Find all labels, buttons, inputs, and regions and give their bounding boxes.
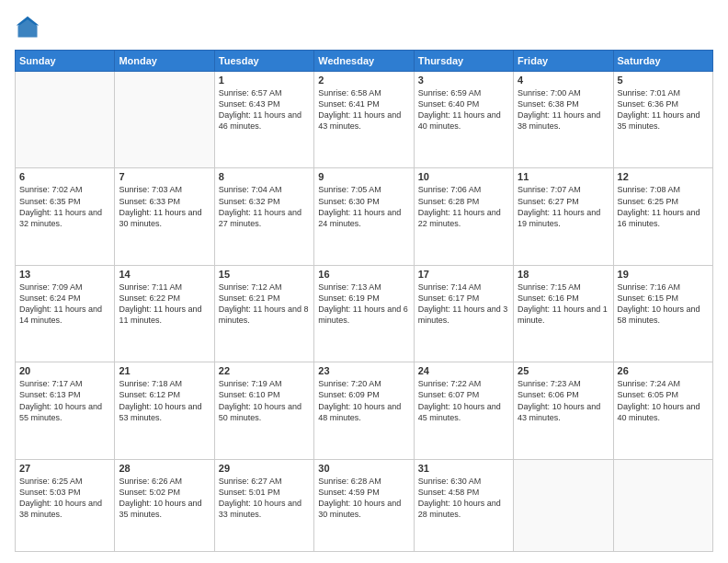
day-number: 2 bbox=[318, 75, 409, 86]
day-number: 28 bbox=[119, 463, 210, 474]
calendar-cell: 18Sunrise: 7:15 AM Sunset: 6:16 PM Dayli… bbox=[514, 265, 613, 362]
logo-icon bbox=[15, 15, 40, 40]
cell-details: Sunrise: 7:04 AM Sunset: 6:32 PM Dayligh… bbox=[219, 184, 310, 229]
week-row-1: 1Sunrise: 6:57 AM Sunset: 6:43 PM Daylig… bbox=[16, 72, 713, 168]
day-number: 26 bbox=[618, 365, 709, 376]
cell-details: Sunrise: 6:25 AM Sunset: 5:03 PM Dayligh… bbox=[19, 476, 110, 521]
calendar-cell: 19Sunrise: 7:16 AM Sunset: 6:15 PM Dayli… bbox=[613, 265, 712, 362]
day-number: 29 bbox=[219, 463, 310, 474]
week-row-5: 27Sunrise: 6:25 AM Sunset: 5:03 PM Dayli… bbox=[16, 459, 713, 551]
cell-details: Sunrise: 7:05 AM Sunset: 6:30 PM Dayligh… bbox=[318, 184, 409, 229]
day-number: 17 bbox=[418, 269, 509, 280]
calendar-cell: 6Sunrise: 7:02 AM Sunset: 6:35 PM Daylig… bbox=[16, 168, 115, 265]
cell-details: Sunrise: 7:23 AM Sunset: 6:06 PM Dayligh… bbox=[518, 378, 609, 423]
cell-details: Sunrise: 6:27 AM Sunset: 5:01 PM Dayligh… bbox=[219, 476, 310, 521]
calendar-cell: 12Sunrise: 7:08 AM Sunset: 6:25 PM Dayli… bbox=[613, 168, 712, 265]
weekday-header-row: SundayMondayTuesdayWednesdayThursdayFrid… bbox=[16, 51, 713, 72]
cell-details: Sunrise: 7:07 AM Sunset: 6:27 PM Dayligh… bbox=[518, 184, 609, 229]
calendar-cell: 23Sunrise: 7:20 AM Sunset: 6:09 PM Dayli… bbox=[314, 362, 414, 459]
day-number: 18 bbox=[518, 269, 609, 280]
calendar-cell: 15Sunrise: 7:12 AM Sunset: 6:21 PM Dayli… bbox=[214, 265, 313, 362]
day-number: 15 bbox=[219, 269, 310, 280]
cell-details: Sunrise: 7:06 AM Sunset: 6:28 PM Dayligh… bbox=[418, 184, 509, 229]
calendar-cell: 29Sunrise: 6:27 AM Sunset: 5:01 PM Dayli… bbox=[214, 459, 313, 551]
weekday-wednesday: Wednesday bbox=[314, 51, 414, 72]
cell-details: Sunrise: 7:16 AM Sunset: 6:15 PM Dayligh… bbox=[618, 282, 709, 327]
day-number: 7 bbox=[119, 171, 210, 182]
calendar-cell: 20Sunrise: 7:17 AM Sunset: 6:13 PM Dayli… bbox=[16, 362, 115, 459]
day-number: 1 bbox=[219, 75, 310, 86]
day-number: 31 bbox=[418, 463, 509, 474]
cell-details: Sunrise: 6:57 AM Sunset: 6:43 PM Dayligh… bbox=[219, 87, 310, 132]
day-number: 24 bbox=[418, 365, 509, 376]
day-number: 13 bbox=[19, 269, 110, 280]
calendar-cell: 13Sunrise: 7:09 AM Sunset: 6:24 PM Dayli… bbox=[16, 265, 115, 362]
calendar-cell bbox=[115, 72, 214, 168]
calendar-cell bbox=[613, 459, 712, 551]
calendar-table: SundayMondayTuesdayWednesdayThursdayFrid… bbox=[15, 50, 713, 552]
cell-details: Sunrise: 7:24 AM Sunset: 6:05 PM Dayligh… bbox=[618, 378, 709, 423]
cell-details: Sunrise: 7:12 AM Sunset: 6:21 PM Dayligh… bbox=[219, 282, 310, 327]
day-number: 27 bbox=[19, 463, 110, 474]
logo bbox=[15, 15, 44, 40]
day-number: 9 bbox=[318, 171, 409, 182]
calendar-cell: 16Sunrise: 7:13 AM Sunset: 6:19 PM Dayli… bbox=[314, 265, 414, 362]
weekday-thursday: Thursday bbox=[414, 51, 513, 72]
calendar-cell: 4Sunrise: 7:00 AM Sunset: 6:38 PM Daylig… bbox=[514, 72, 613, 168]
calendar-cell: 2Sunrise: 6:58 AM Sunset: 6:41 PM Daylig… bbox=[314, 72, 414, 168]
weekday-friday: Friday bbox=[514, 51, 613, 72]
cell-details: Sunrise: 7:09 AM Sunset: 6:24 PM Dayligh… bbox=[19, 282, 110, 327]
calendar-cell bbox=[16, 72, 115, 168]
day-number: 30 bbox=[318, 463, 409, 474]
day-number: 25 bbox=[518, 365, 609, 376]
day-number: 16 bbox=[318, 269, 409, 280]
calendar-cell: 28Sunrise: 6:26 AM Sunset: 5:02 PM Dayli… bbox=[115, 459, 214, 551]
day-number: 22 bbox=[219, 365, 310, 376]
day-number: 4 bbox=[518, 75, 609, 86]
day-number: 23 bbox=[318, 365, 409, 376]
day-number: 21 bbox=[119, 365, 210, 376]
cell-details: Sunrise: 7:03 AM Sunset: 6:33 PM Dayligh… bbox=[119, 184, 210, 229]
weekday-tuesday: Tuesday bbox=[214, 51, 313, 72]
day-number: 11 bbox=[518, 171, 609, 182]
cell-details: Sunrise: 7:22 AM Sunset: 6:07 PM Dayligh… bbox=[418, 378, 509, 423]
day-number: 10 bbox=[418, 171, 509, 182]
cell-details: Sunrise: 7:15 AM Sunset: 6:16 PM Dayligh… bbox=[518, 282, 609, 327]
calendar-cell: 3Sunrise: 6:59 AM Sunset: 6:40 PM Daylig… bbox=[414, 72, 513, 168]
calendar-cell: 31Sunrise: 6:30 AM Sunset: 4:58 PM Dayli… bbox=[414, 459, 513, 551]
calendar-cell: 22Sunrise: 7:19 AM Sunset: 6:10 PM Dayli… bbox=[214, 362, 313, 459]
cell-details: Sunrise: 7:14 AM Sunset: 6:17 PM Dayligh… bbox=[418, 282, 509, 327]
cell-details: Sunrise: 6:30 AM Sunset: 4:58 PM Dayligh… bbox=[418, 476, 509, 521]
week-row-4: 20Sunrise: 7:17 AM Sunset: 6:13 PM Dayli… bbox=[16, 362, 713, 459]
cell-details: Sunrise: 6:26 AM Sunset: 5:02 PM Dayligh… bbox=[119, 476, 210, 521]
weekday-saturday: Saturday bbox=[613, 51, 712, 72]
cell-details: Sunrise: 7:20 AM Sunset: 6:09 PM Dayligh… bbox=[318, 378, 409, 423]
cell-details: Sunrise: 7:19 AM Sunset: 6:10 PM Dayligh… bbox=[219, 378, 310, 423]
calendar-cell: 1Sunrise: 6:57 AM Sunset: 6:43 PM Daylig… bbox=[214, 72, 313, 168]
cell-details: Sunrise: 7:17 AM Sunset: 6:13 PM Dayligh… bbox=[19, 378, 110, 423]
calendar-cell: 5Sunrise: 7:01 AM Sunset: 6:36 PM Daylig… bbox=[613, 72, 712, 168]
cell-details: Sunrise: 6:58 AM Sunset: 6:41 PM Dayligh… bbox=[318, 87, 409, 132]
calendar-cell: 7Sunrise: 7:03 AM Sunset: 6:33 PM Daylig… bbox=[115, 168, 214, 265]
calendar-cell: 17Sunrise: 7:14 AM Sunset: 6:17 PM Dayli… bbox=[414, 265, 513, 362]
cell-details: Sunrise: 6:59 AM Sunset: 6:40 PM Dayligh… bbox=[418, 87, 509, 132]
day-number: 20 bbox=[19, 365, 110, 376]
cell-details: Sunrise: 7:13 AM Sunset: 6:19 PM Dayligh… bbox=[318, 282, 409, 327]
calendar-cell: 21Sunrise: 7:18 AM Sunset: 6:12 PM Dayli… bbox=[115, 362, 214, 459]
calendar-cell: 8Sunrise: 7:04 AM Sunset: 6:32 PM Daylig… bbox=[214, 168, 313, 265]
week-row-2: 6Sunrise: 7:02 AM Sunset: 6:35 PM Daylig… bbox=[16, 168, 713, 265]
cell-details: Sunrise: 7:08 AM Sunset: 6:25 PM Dayligh… bbox=[618, 184, 709, 229]
day-number: 12 bbox=[618, 171, 709, 182]
day-number: 3 bbox=[418, 75, 509, 86]
day-number: 5 bbox=[618, 75, 709, 86]
cell-details: Sunrise: 6:28 AM Sunset: 4:59 PM Dayligh… bbox=[318, 476, 409, 521]
cell-details: Sunrise: 7:01 AM Sunset: 6:36 PM Dayligh… bbox=[618, 87, 709, 132]
svg-marker-0 bbox=[18, 18, 38, 38]
calendar-cell: 27Sunrise: 6:25 AM Sunset: 5:03 PM Dayli… bbox=[16, 459, 115, 551]
cell-details: Sunrise: 7:02 AM Sunset: 6:35 PM Dayligh… bbox=[19, 184, 110, 229]
calendar-cell: 26Sunrise: 7:24 AM Sunset: 6:05 PM Dayli… bbox=[613, 362, 712, 459]
calendar-cell: 24Sunrise: 7:22 AM Sunset: 6:07 PM Dayli… bbox=[414, 362, 513, 459]
cell-details: Sunrise: 7:18 AM Sunset: 6:12 PM Dayligh… bbox=[119, 378, 210, 423]
page: SundayMondayTuesdayWednesdayThursdayFrid… bbox=[0, 0, 728, 563]
calendar-cell: 9Sunrise: 7:05 AM Sunset: 6:30 PM Daylig… bbox=[314, 168, 414, 265]
